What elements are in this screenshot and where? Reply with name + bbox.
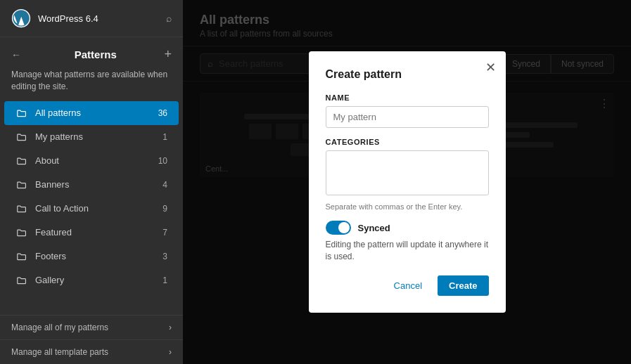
- folder-icon: [15, 155, 28, 167]
- sidebar-item-featured[interactable]: Featured 7: [4, 221, 179, 245]
- sidebar-nav: All patterns 36 My patterns 1 About 10 B…: [0, 101, 183, 315]
- create-pattern-modal: Create pattern ✕ NAME CATEGORIES Separat…: [309, 51, 506, 313]
- toggle-knob: [338, 222, 350, 233]
- modal-close-button[interactable]: ✕: [485, 61, 496, 74]
- sidebar-item-count: 36: [158, 108, 167, 118]
- sidebar-item-count: 10: [158, 156, 167, 166]
- folder-icon: [15, 107, 28, 119]
- sidebar-item-label: All patterns: [35, 108, 158, 118]
- main-content: All patterns A list of all patterns from…: [183, 0, 631, 364]
- sidebar: WordPress 6.4 ⌕ ← Patterns + Manage what…: [0, 0, 183, 364]
- sidebar-item-label: Gallery: [35, 275, 162, 285]
- synced-description: Editing the pattern will update it anywh…: [326, 239, 489, 263]
- modal-overlay: Create pattern ✕ NAME CATEGORIES Separat…: [183, 0, 631, 364]
- sidebar-item-label: Footers: [35, 251, 162, 261]
- patterns-title-row: ← Patterns +: [0, 37, 183, 66]
- sidebar-item-banners[interactable]: Banners 4: [4, 173, 179, 197]
- pattern-name-input[interactable]: [326, 106, 489, 128]
- chevron-right-icon: ›: [169, 347, 172, 357]
- name-label: NAME: [326, 93, 489, 102]
- synced-toggle[interactable]: [326, 221, 351, 235]
- create-button[interactable]: Create: [438, 275, 488, 296]
- toggle-label: Synced: [358, 223, 390, 233]
- add-pattern-icon[interactable]: +: [164, 47, 172, 62]
- sidebar-item-gallery[interactable]: Gallery 1: [4, 268, 179, 292]
- sidebar-item-count: 4: [162, 180, 167, 190]
- modal-title: Create pattern: [326, 68, 489, 81]
- sidebar-item-label: My patterns: [35, 131, 162, 142]
- folder-icon: [15, 202, 28, 215]
- folder-icon: [15, 131, 28, 143]
- sidebar-item-label: Call to Action: [35, 203, 162, 214]
- folder-icon: [15, 226, 28, 239]
- folder-icon: [15, 250, 28, 263]
- sidebar-description: Manage what patterns are available when …: [0, 66, 183, 101]
- synced-toggle-row: Synced: [326, 221, 489, 235]
- categories-input[interactable]: [326, 150, 489, 195]
- sidebar-item-all-patterns[interactable]: All patterns 36: [4, 101, 179, 125]
- folder-icon: [15, 178, 28, 191]
- sidebar-item-call-to-action[interactable]: Call to Action 9: [4, 197, 179, 221]
- sidebar-item-count: 9: [162, 204, 167, 214]
- sidebar-item-count: 7: [162, 228, 167, 238]
- sidebar-item-label: Banners: [35, 179, 162, 190]
- sidebar-item-about[interactable]: About 10: [4, 149, 179, 173]
- site-name: WordPress 6.4: [38, 13, 98, 24]
- chevron-right-icon: ›: [169, 323, 172, 332]
- search-icon[interactable]: ⌕: [166, 13, 172, 24]
- manage-template-parts-link[interactable]: Manage all template parts ›: [0, 339, 183, 364]
- sidebar-item-my-patterns[interactable]: My patterns 1: [4, 125, 179, 149]
- modal-actions: Cancel Create: [326, 275, 489, 296]
- cancel-button[interactable]: Cancel: [384, 275, 432, 296]
- categories-hint: Separate with commas or the Enter key.: [326, 202, 489, 211]
- categories-label: CATEGORIES: [326, 138, 489, 146]
- sidebar-section-title: Patterns: [75, 48, 117, 60]
- wordpress-logo: [11, 8, 31, 28]
- sidebar-item-count: 1: [162, 132, 167, 142]
- sidebar-item-count: 1: [162, 275, 167, 285]
- folder-icon: [15, 274, 28, 287]
- sidebar-item-label: Featured: [35, 227, 162, 238]
- manage-patterns-link[interactable]: Manage all of my patterns ›: [0, 315, 183, 339]
- sidebar-header: WordPress 6.4 ⌕: [0, 0, 183, 37]
- back-arrow-icon[interactable]: ←: [11, 49, 21, 60]
- sidebar-item-count: 3: [162, 252, 167, 261]
- sidebar-item-footers[interactable]: Footers 3: [4, 245, 179, 268]
- sidebar-item-label: About: [35, 155, 158, 166]
